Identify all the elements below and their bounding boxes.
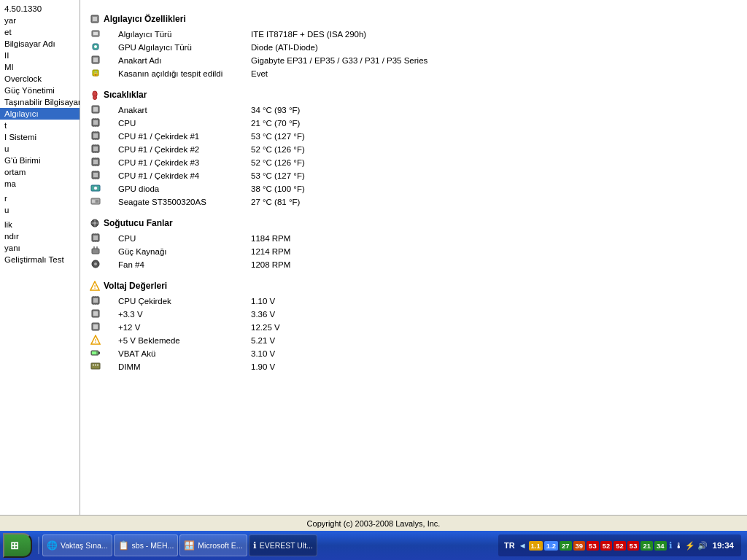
sidebar-item[interactable]: Bilgisayar Adı [0,38,80,50]
svg-rect-87 [93,324,98,329]
sidebar-item[interactable]: ortam [0,166,80,178]
tray-number: 53 [627,541,640,551]
table-row: Güç Kaynağı 1214 RPM [89,245,738,258]
sidebar-item[interactable]: lik [0,219,80,230]
temp-label: GPU dioda [104,182,249,195]
taskbar: ⊞ 🌐Vaktaş Sına...📋sbs - MEH...🪟Microsoft… [0,531,747,560]
temp-label: CPU #1 / Çekirdek #1 [104,130,249,143]
voltage-label: CPU Çekirdek [104,295,249,308]
sidebar-item[interactable]: ndır [0,230,80,242]
temp-label: CPU #1 / Çekirdek #2 [104,143,249,156]
sidebar-item[interactable]: MI [0,61,80,73]
svg-rect-85 [93,311,98,316]
temp-label: Anakart [104,104,249,117]
gpu-sensor-type-value: Diode (ATI-Diode) [249,41,738,54]
sidebar-item[interactable]: yar [0,15,80,26]
sidebar-item[interactable]: u [0,204,80,216]
svg-rect-95 [95,364,96,366]
taskbar-btn-label: Vaktaş Sına... [61,541,108,550]
taskbar-button[interactable]: 🌐Vaktaş Sına... [42,534,112,556]
tray-number: 21 [640,541,653,551]
taskbar-button[interactable]: 📋sbs - MEH... [114,534,179,556]
sidebar-item[interactable]: Güç Yönetimi [0,85,80,96]
tray-number: 1.2 [544,541,558,551]
tray-number: 53 [587,541,599,551]
temp-value: 52 °C (126 °F) [249,156,738,169]
temp-value: 27 °C (81 °F) [249,195,738,209]
tray-numbers: 1.11.22739535252532134 [529,541,667,551]
svg-rect-39 [93,160,98,164]
gpu-sensor-type-label: GPU Algılayıcı Türü [104,41,249,54]
voltage-table: CPU Çekirdek 1.10 V +3.3 V 3.36 V +12 V … [89,295,738,373]
svg-rect-7 [93,58,98,62]
svg-rect-94 [93,364,94,366]
temp-value: 53 °C (127 °F) [249,130,738,143]
sidebar-item[interactable]: 4.50.1330 [0,3,80,15]
sidebar-item[interactable]: I Sistemi [0,131,80,143]
temperatures-title: Sıcaklıklar [104,90,147,100]
sensor-properties-header: Algılayıcı Özellikleri [89,13,738,25]
table-row: +3.3 V 3.36 V [89,308,738,321]
sidebar-item[interactable]: Algılayıcı [0,108,80,120]
sidebar-item[interactable]: t [0,120,80,131]
voltage-label: +5 V Beklemede [104,334,249,347]
fans-table: CPU 1184 RPM Güç Kaynağı 1214 RPM Fan #4… [89,232,738,271]
sensor-type-label: Algılayıcı Türü [104,28,249,41]
tray-icon-1: 🌡 [675,541,683,550]
sidebar-item[interactable]: u [0,143,80,155]
cooling-fans-icon [89,217,101,229]
voltage-value: 12.25 V [249,321,738,334]
sidebar-item[interactable]: II [0,50,80,61]
cooling-fans-header: Soğutucu Fanlar [89,217,738,229]
taskbar-btn-label: sbs - MEH... [132,541,174,550]
fan-value: 1184 RPM [249,232,738,245]
svg-rect-91 [98,352,100,354]
voltage-icon: ! [89,280,101,292]
tray-icon-2: ⚡ [685,541,695,551]
fan-label: Fan #4 [104,258,249,271]
svg-rect-69 [92,249,99,254]
svg-point-55 [94,187,98,190]
sidebar-item[interactable]: yanı [0,242,80,254]
voltage-value: 3.10 V [249,347,738,360]
voltage-value: 3.36 V [249,308,738,321]
main-window: 4.50.1330yaretBilgisayar AdıIIMIOvercloc… [0,0,747,560]
tray-time: 19:34 [710,541,737,550]
table-row: GPU dioda 38 °C (100 °F) [89,182,738,195]
table-row: ! +5 V Beklemede 5.21 V [89,334,738,347]
start-icon: ⊞ [10,540,19,551]
table-row: CPU Çekirdek 1.10 V [89,295,738,308]
table-row: Anakart 34 °C (93 °F) [89,104,738,117]
sidebar-item[interactable]: Overclock [0,73,80,85]
table-row: GPU Algılayıcı Türü Diode (ATI-Diode) [89,41,738,54]
taskbar-button[interactable]: ℹEVEREST Ult... [249,534,317,556]
svg-rect-31 [93,147,98,151]
tray-number: 39 [573,541,586,551]
sidebar-item[interactable]: Taşınabilir Bilgisayar [0,96,80,108]
cooling-fans-title: Soğutucu Fanlar [104,218,173,228]
sidebar: 4.50.1330yaretBilgisayar AdıIIMIOvercloc… [0,0,80,515]
tray-area: TR ◄ 1.11.22739535252532134 ℹ 🌡 ⚡ 🔊 19:3… [498,534,741,556]
case-opened-label: Kasanın açıldığı tespit edildi [104,67,249,80]
copyright-text: Copyright (c) 2003-2008 Lavalys, Inc. [307,519,441,528]
fan-label: CPU [104,232,249,245]
table-row: DIMM 1.90 V [89,360,738,373]
tray-arrow-left: ◄ [519,541,527,550]
taskbar-button[interactable]: 🪟Microsoft E... [179,534,247,556]
temp-value: 53 °C (127 °F) [249,169,738,182]
sidebar-item[interactable]: Geliştirmalı Test [0,254,80,265]
tray-number: 34 [654,541,667,551]
svg-rect-23 [93,133,98,138]
sidebar-item[interactable]: G'ü Birimi [0,155,80,166]
sidebar-item[interactable]: r [0,192,80,204]
tray-number: 52 [600,541,613,551]
svg-rect-1 [93,17,97,21]
table-row: Seagate ST3500320AS 27 °C (81 °F) [89,195,738,209]
temp-value: 52 °C (126 °F) [249,143,738,156]
table-row: CPU #1 / Çekirdek #2 52 °C (126 °F) [89,143,738,156]
sidebar-item[interactable]: et [0,26,80,38]
start-button[interactable]: ⊞ [3,533,32,558]
status-bar: Copyright (c) 2003-2008 Lavalys, Inc. [0,515,747,531]
table-row: Algılayıcı Türü ITE IT8718F + DES (ISA 2… [89,28,738,41]
sidebar-item[interactable]: ma [0,178,80,190]
